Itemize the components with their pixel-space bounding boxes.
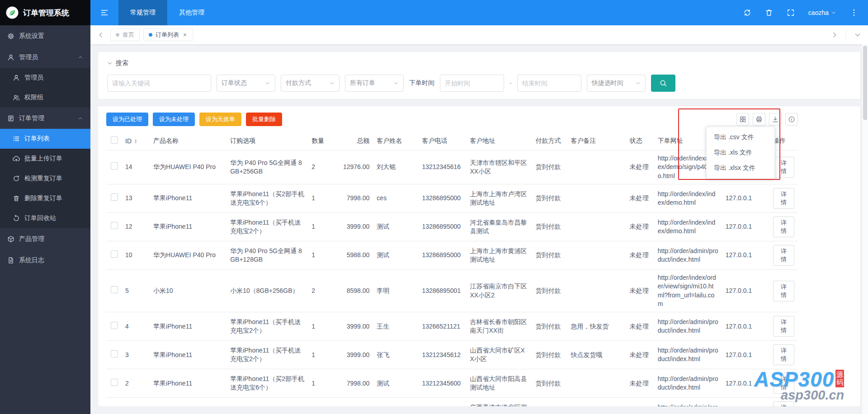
row-checkbox[interactable] [111, 193, 118, 201]
user-menu[interactable]: caozha [808, 9, 836, 16]
detail-button[interactable]: 详情 [773, 344, 794, 365]
set-unprocessed-button[interactable]: 设为未处理 [153, 113, 195, 126]
column-header-id[interactable]: ID▲▼ [122, 132, 150, 151]
search-button[interactable] [651, 75, 675, 92]
info-button[interactable] [785, 113, 798, 126]
sidebar-item-order-management[interactable]: 订单管理 [0, 108, 90, 129]
detail-button[interactable]: 详情 [773, 216, 794, 237]
scrollbar-thumb[interactable] [863, 46, 867, 120]
vertical-scrollbar[interactable] [862, 44, 868, 414]
row-checkbox[interactable] [111, 222, 118, 229]
detail-button[interactable]: 详情 [773, 281, 794, 301]
clear-cache-button[interactable] [765, 9, 773, 17]
app-logo: 订单管理系统 [0, 0, 90, 25]
tabs-scroll-right-button[interactable] [827, 31, 842, 38]
quick-time-select[interactable]: 快捷选时间 [587, 75, 646, 92]
sidebar-item-recycle-bin[interactable]: 订单回收站 [0, 208, 90, 228]
export-csv-item[interactable]: 导出 .csv 文件 [707, 130, 774, 145]
sidebar-item-detect-duplicates[interactable]: 检测重复订单 [0, 169, 90, 188]
fullscreen-button[interactable] [787, 9, 795, 17]
cell-option: 苹果iPhone11（买2部手机送充电宝6个） [226, 369, 308, 398]
sidebar-item-admin-group[interactable]: 管理员 [0, 47, 90, 68]
cell-action: 详情 [769, 184, 798, 212]
all-orders-select[interactable]: 所有订单 [345, 75, 404, 92]
cell-product: 华为HUAWEI P40 Pro [150, 151, 226, 184]
row-select-cell [106, 241, 122, 269]
sidebar-item-delete-duplicates[interactable]: 删除重复订单 [0, 188, 90, 208]
batch-delete-button[interactable]: 批量删除 [246, 113, 282, 126]
export-xlsx-item[interactable]: 导出 .xlsx 文件 [707, 160, 774, 176]
export-button[interactable] [769, 113, 782, 126]
sidebar-item-label: 权限组 [24, 94, 83, 102]
cell-url: http://order/index/order/view/sign/mi10.… [654, 269, 722, 312]
sidebar-item-admin[interactable]: 管理员 [0, 68, 90, 88]
row-checkbox[interactable] [111, 350, 118, 358]
detail-button[interactable]: 详情 [773, 245, 794, 266]
sidebar-item-batch-upload[interactable]: 批量上传订单 [0, 149, 90, 169]
sidebar-item-order-list[interactable]: 订单列表 [0, 129, 90, 149]
tabs-scroll-left-button[interactable] [93, 31, 108, 38]
cell-qty: 1 [308, 312, 333, 341]
keyword-input[interactable] [107, 75, 211, 92]
cell-phone: 13286895000 [418, 241, 466, 269]
row-checkbox[interactable] [111, 162, 118, 169]
page-tab-home[interactable]: 首页 [110, 28, 140, 41]
cell-total: 12976.00 [333, 151, 373, 184]
page-tab-order-list[interactable]: 订单列表 [143, 28, 193, 41]
row-checkbox[interactable] [111, 250, 118, 258]
end-time-input[interactable] [517, 75, 581, 92]
sidebar-item-product-management[interactable]: 产品管理 [0, 228, 90, 249]
app-root: 订单管理系统 系统设置 管理员 管理员 权限组 [0, 0, 868, 414]
column-header-option: 订购选项 [226, 132, 308, 151]
search-controls: 订单状态 付款方式 所有订单 下单时间 - [107, 75, 851, 92]
sort-carets-icon[interactable]: ▲▼ [134, 139, 137, 144]
sidebar-item-system-settings[interactable]: 系统设置 [0, 25, 90, 47]
menu-toggle-button[interactable] [90, 0, 118, 25]
person-icon [7, 54, 14, 61]
payment-method-select[interactable]: 付款方式 [281, 75, 340, 92]
cell-qty: 1 [308, 341, 333, 369]
select-all-checkbox[interactable] [111, 136, 118, 144]
column-header-address: 客户地址 [466, 132, 532, 151]
refresh-button[interactable] [743, 9, 751, 17]
topbar-tab-general[interactable]: 常规管理 [118, 0, 167, 25]
sidebar-item-system-log[interactable]: 系统日志 [0, 249, 90, 271]
detail-button[interactable]: 详情 [773, 157, 794, 178]
search-panel-header[interactable]: 搜索 [107, 59, 851, 67]
app-title: 订单管理系统 [23, 8, 69, 18]
sidebar-item-label: 管理员 [19, 53, 73, 61]
sidebar-item-permission-group[interactable]: 权限组 [0, 88, 90, 108]
select-value: 订单状态 [222, 79, 247, 87]
chevron-down-icon [107, 61, 113, 66]
cell-status: 未处理 [626, 151, 654, 184]
cell-note [567, 369, 626, 398]
cell-address: 江苏省南京市白下区XX小区2 [466, 269, 532, 312]
cell-total: 5988.00 [333, 241, 373, 269]
detail-button[interactable]: 详情 [773, 316, 794, 337]
table-body: 14华为HUAWEI P40 Pro华为 P40 Pro 5G全网通 8GB+2… [106, 151, 798, 407]
row-checkbox[interactable] [111, 379, 118, 386]
tabs-menu-button[interactable] [850, 31, 865, 38]
column-header-phone: 客户电话 [418, 132, 466, 151]
row-checkbox[interactable] [111, 322, 118, 329]
row-checkbox[interactable] [111, 286, 118, 293]
file-icon [7, 257, 14, 264]
cell-action: 详情 [769, 312, 798, 341]
detail-button[interactable]: 详情 [773, 188, 794, 209]
export-xls-item[interactable]: 导出 .xls 文件 [707, 145, 774, 160]
print-button[interactable] [753, 113, 765, 126]
topbar-tab-other[interactable]: 其他管理 [167, 0, 216, 25]
order-status-select[interactable]: 订单状态 [217, 75, 275, 92]
cell-note [567, 241, 626, 269]
close-icon[interactable] [182, 32, 188, 38]
more-options-button[interactable] [850, 9, 858, 17]
start-time-input[interactable] [440, 75, 504, 92]
cell-address: 山西省大同市矿区XX小区 [466, 341, 532, 369]
page-content: 搜索 订单状态 付款方式 所有订单 下单 [90, 44, 868, 414]
row-select-cell [106, 151, 122, 184]
columns-button[interactable] [736, 113, 749, 126]
set-invalid-button[interactable]: 设为无效单 [199, 113, 241, 126]
cell-name: 王生 [373, 312, 418, 341]
cell-status: 未处理 [626, 398, 654, 407]
set-processed-button[interactable]: 设为已处理 [106, 113, 148, 126]
